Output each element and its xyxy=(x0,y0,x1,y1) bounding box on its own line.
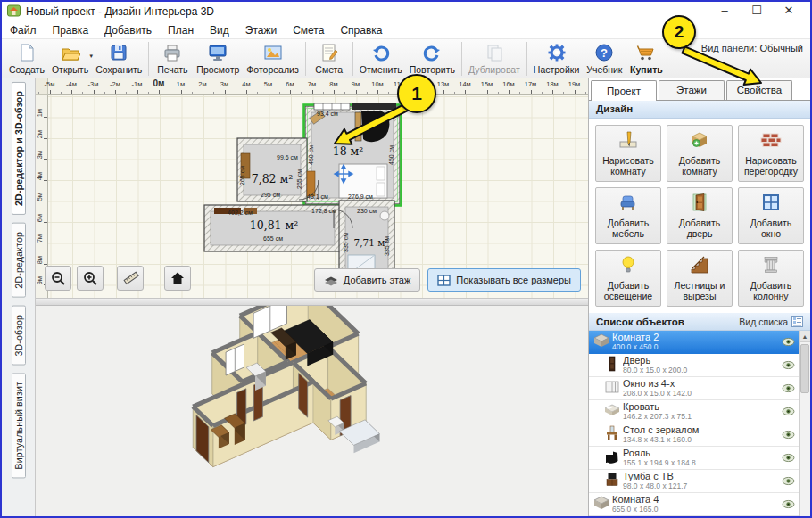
eye-visibility-icon[interactable] xyxy=(782,358,796,374)
zoom-toolbar xyxy=(45,266,191,291)
editor-2d[interactable]: -7м-6м-5м-4м-3м-2м-1м0м1м2м3м4м5м6м7м8м9… xyxy=(36,78,588,298)
menu-view[interactable]: Вид xyxy=(202,22,237,38)
save-button[interactable]: Сохранить xyxy=(92,42,145,76)
ruler-h-label: 19м xyxy=(563,80,586,88)
measure-tool-button[interactable] xyxy=(117,266,144,291)
tab-2d-3d[interactable]: 2D-редактор и 3D-обзор xyxy=(12,82,26,215)
window-title: Новый проект - Дизайн Интерьера 3D xyxy=(26,5,214,18)
plan-piano-keyboard[interactable] xyxy=(355,112,361,141)
object-row[interactable]: Рояль155.1 x 194.9 x 184.8 xyxy=(589,447,799,470)
object-row[interactable]: Дверь80.0 x 15.0 x 200.0 xyxy=(589,354,799,377)
ruler-h-label: 1м xyxy=(170,80,193,88)
settings-button[interactable]: Настройки xyxy=(530,42,584,76)
panel-view-value[interactable]: Обычный xyxy=(759,43,803,53)
ruler-h-label: 16м xyxy=(497,80,520,88)
object-list-scrollbar[interactable]: ▲ xyxy=(799,331,810,516)
app-window: Новый проект - Дизайн Интерьера 3D – ☐ ✕… xyxy=(0,0,812,518)
maximize-button[interactable]: ☐ xyxy=(741,2,773,21)
eye-visibility-icon[interactable] xyxy=(782,334,796,350)
add-floor-button[interactable]: Добавить этаж xyxy=(314,268,420,292)
draw-room-button[interactable]: Нарисовать комнату xyxy=(595,125,661,182)
print-button[interactable]: Печать xyxy=(152,42,193,76)
tab-3d[interactable]: 3D-обзор xyxy=(12,306,26,366)
plan-dimension-label: 450 см xyxy=(308,145,314,165)
tab-floors[interactable]: Этажи xyxy=(659,80,725,100)
object-row[interactable]: Комната 2400.0 x 450.0 xyxy=(589,331,799,354)
ruler-h-label: -5м xyxy=(38,80,62,88)
save-floppy-icon xyxy=(109,43,128,64)
tab-virtual-visit[interactable]: Виртуальный визит xyxy=(12,373,26,478)
add-room-icon xyxy=(689,129,710,153)
open-button[interactable]: Открыть ▼ xyxy=(48,42,92,76)
tab-properties[interactable]: Свойства xyxy=(726,80,792,100)
eye-visibility-icon[interactable] xyxy=(782,497,796,513)
menu-file[interactable]: Файл xyxy=(2,22,45,38)
right-tabs: Проект Этажи Свойства xyxy=(589,78,810,101)
object-row[interactable]: Комната 4655.0 x 165.0 xyxy=(589,493,799,516)
add-lighting-button[interactable]: Добавить освещение xyxy=(595,250,661,307)
plan-dimension-label: 43,1 см xyxy=(307,193,328,200)
new-button[interactable]: Создать xyxy=(5,42,48,76)
plan-window-dark-band xyxy=(352,103,396,110)
plan-room-floor[interactable] xyxy=(244,144,301,195)
plan-dimension-label: 10,81 м² xyxy=(250,218,299,232)
object-row[interactable]: Окно из 4-х208.0 x 15.0 x 142.0 xyxy=(589,377,799,400)
close-button[interactable]: ✕ xyxy=(773,2,805,21)
viewport-3d[interactable] xyxy=(36,306,588,516)
undo-button[interactable]: Отменить xyxy=(356,42,406,76)
tutorial-button[interactable]: ? Учебник xyxy=(583,42,626,76)
menu-help[interactable]: Справка xyxy=(332,22,390,38)
view-splitter[interactable] xyxy=(36,298,588,306)
right-panel: Проект Этажи Свойства Дизайн Нарисовать … xyxy=(588,78,810,516)
list-view-icon[interactable] xyxy=(791,316,803,327)
add-furniture-button[interactable]: Добавить мебель xyxy=(595,187,661,244)
menu-edit[interactable]: Правка xyxy=(45,22,97,38)
home-view-button[interactable] xyxy=(164,266,191,291)
ruler-h-label: -1м xyxy=(126,80,149,88)
menu-estimate[interactable]: Смета xyxy=(285,22,332,38)
scroll-thumb[interactable] xyxy=(800,344,809,393)
estimate-button[interactable]: Смета xyxy=(309,42,350,76)
buy-button[interactable]: Купить xyxy=(626,42,667,76)
menu-plan[interactable]: План xyxy=(160,22,202,38)
objects-section-header: Список объектов Вид списка xyxy=(589,313,810,331)
tab-2d[interactable]: 2D-редактор xyxy=(12,223,26,298)
menu-add[interactable]: Добавить xyxy=(96,22,160,38)
ruler-h-label: 2м xyxy=(191,80,214,88)
draw-partition-button[interactable]: Нарисовать перегородку xyxy=(738,125,804,182)
tab-project[interactable]: Проект xyxy=(591,80,657,101)
zoom-in-button[interactable] xyxy=(77,266,104,291)
duplicate-button: Дублироват xyxy=(465,42,524,76)
plan-dimension-label: 265 см xyxy=(296,169,302,189)
eye-visibility-icon[interactable] xyxy=(782,450,796,466)
preview-button[interactable]: Просмотр xyxy=(193,42,243,76)
eye-visibility-icon[interactable] xyxy=(782,427,796,443)
eye-visibility-icon[interactable] xyxy=(782,404,796,420)
add-room-button[interactable]: Добавить комнату xyxy=(667,125,733,182)
photorealism-button[interactable]: Фотореализ xyxy=(243,42,302,76)
minimize-button[interactable]: – xyxy=(708,2,741,21)
window-icon xyxy=(760,192,782,216)
stairs-cutouts-button[interactable]: Лестницы и вырезы xyxy=(667,250,733,307)
ruler-v-label: 2м xyxy=(36,130,44,138)
room-icon xyxy=(592,332,612,353)
object-row[interactable]: Кровать146.2 x 207.3 x 75.1 xyxy=(589,400,799,423)
callout-badge-2: 2 xyxy=(662,15,696,49)
scroll-up-button[interactable]: ▲ xyxy=(800,331,810,342)
add-door-button[interactable]: Добавить дверь xyxy=(667,187,733,244)
add-column-button[interactable]: Добавить колонну xyxy=(738,250,804,307)
plan-dimension-label: 265 см xyxy=(239,166,245,185)
plan-sink[interactable] xyxy=(380,211,389,220)
zoom-out-button[interactable] xyxy=(45,266,71,291)
menu-floors[interactable]: Этажи xyxy=(237,22,285,38)
toolbar-separator xyxy=(461,42,462,76)
ruler-h-label: 6м xyxy=(278,80,302,88)
object-row[interactable]: Тумба с ТВ98.0 x 48.0 x 121.7 xyxy=(589,470,799,493)
show-all-sizes-button[interactable]: Показывать все размеры xyxy=(427,268,581,292)
eye-visibility-icon[interactable] xyxy=(782,381,796,397)
redo-button[interactable]: Повторить xyxy=(406,42,459,76)
object-row[interactable]: Стол с зеркалом134.8 x 43.1 x 160.0 xyxy=(589,423,799,447)
add-window-button[interactable]: Добавить окно xyxy=(738,187,804,244)
toolbar-separator xyxy=(526,42,527,76)
eye-visibility-icon[interactable] xyxy=(782,473,796,489)
